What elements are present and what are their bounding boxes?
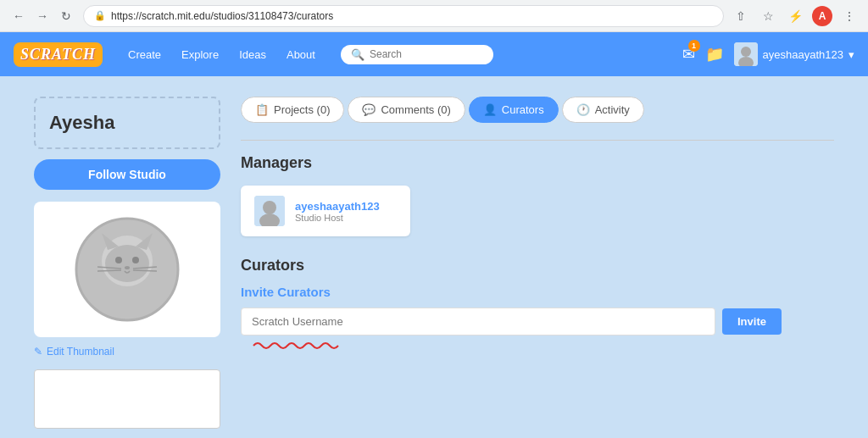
description-box[interactable] bbox=[34, 369, 220, 429]
studio-title: Ayesha bbox=[49, 112, 114, 133]
browser-nav-buttons: ← → ↻ bbox=[8, 6, 76, 26]
menu-icon[interactable]: ⋮ bbox=[839, 6, 860, 26]
svg-line-14 bbox=[133, 270, 157, 271]
manager-avatar bbox=[254, 196, 285, 226]
nav-about[interactable]: About bbox=[278, 43, 324, 66]
curators-title: Curators bbox=[241, 257, 834, 274]
scratch-username-input[interactable] bbox=[241, 308, 715, 335]
lock-icon: 🔒 bbox=[94, 10, 106, 21]
nav-right: ✉ 1 📁 ayeshaayath123 ▾ bbox=[682, 42, 854, 66]
nav-links: Create Explore Ideas About bbox=[120, 43, 324, 66]
forward-button[interactable]: → bbox=[32, 6, 53, 26]
svg-line-12 bbox=[97, 270, 121, 271]
curators-icon: 👤 bbox=[483, 103, 497, 116]
invite-row: Invite bbox=[241, 308, 834, 335]
thumbnail-box bbox=[34, 202, 220, 337]
scratch-navbar: SCRATCH Create Explore Ideas About 🔍 ✉ 1… bbox=[0, 32, 868, 76]
studio-title-box: Ayesha bbox=[34, 97, 220, 149]
svg-point-16 bbox=[263, 201, 276, 214]
svg-point-10 bbox=[125, 266, 130, 269]
manager-name[interactable]: ayeshaayath123 bbox=[295, 200, 397, 213]
folder-icon[interactable]: 📁 bbox=[705, 45, 724, 64]
nav-ideas[interactable]: Ideas bbox=[231, 43, 275, 66]
back-button[interactable]: ← bbox=[8, 6, 29, 26]
search-icon: 🔍 bbox=[351, 48, 364, 61]
error-underline bbox=[241, 339, 834, 349]
tab-projects[interactable]: 📋 Projects (0) bbox=[241, 97, 344, 123]
invite-title: Invite Curators bbox=[241, 285, 834, 299]
manager-info: ayeshaayath123 Studio Host bbox=[295, 200, 397, 223]
section-divider bbox=[241, 140, 834, 141]
pencil-icon: ✎ bbox=[34, 346, 42, 358]
browser-profile[interactable]: A bbox=[812, 6, 832, 26]
messages-icon[interactable]: ✉ 1 bbox=[682, 45, 695, 64]
comments-icon: 💬 bbox=[362, 103, 376, 116]
error-squiggle bbox=[249, 339, 342, 349]
user-dropdown-arrow: ▾ bbox=[849, 48, 854, 61]
bookmark-icon[interactable]: ☆ bbox=[758, 6, 778, 26]
tab-projects-label: Projects (0) bbox=[274, 103, 330, 116]
scratch-logo[interactable]: SCRATCH bbox=[14, 42, 103, 67]
svg-point-5 bbox=[105, 245, 149, 282]
extension-icon[interactable]: ⚡ bbox=[785, 6, 805, 26]
tab-activity-label: Activity bbox=[595, 103, 630, 116]
managers-title: Managers bbox=[241, 154, 834, 172]
browser-actions: ⇧ ☆ ⚡ A ⋮ bbox=[731, 6, 860, 26]
manager-card: ayeshaayath123 Studio Host bbox=[241, 186, 410, 236]
refresh-button[interactable]: ↻ bbox=[56, 6, 76, 26]
search-bar[interactable]: 🔍 bbox=[341, 45, 493, 64]
main-content: Ayesha Follow Studio bbox=[0, 76, 868, 438]
search-input[interactable] bbox=[370, 48, 471, 60]
studio-thumbnail bbox=[72, 214, 182, 324]
nav-explore[interactable]: Explore bbox=[173, 43, 227, 66]
svg-point-1 bbox=[741, 47, 751, 57]
invite-button[interactable]: Invite bbox=[722, 308, 782, 335]
right-panel: 📋 Projects (0) 💬 Comments (0) 👤 Curators… bbox=[241, 97, 834, 429]
tab-curators[interactable]: 👤 Curators bbox=[469, 97, 559, 123]
svg-point-8 bbox=[115, 257, 122, 263]
tabs-row: 📋 Projects (0) 💬 Comments (0) 👤 Curators… bbox=[241, 97, 834, 123]
user-menu[interactable]: ayeshaayath123 ▾ bbox=[734, 42, 854, 66]
tab-comments-label: Comments (0) bbox=[381, 103, 450, 116]
address-bar[interactable]: 🔒 https://scratch.mit.edu/studios/311084… bbox=[83, 5, 724, 27]
scratch-logo-text: SCRATCH bbox=[20, 46, 96, 63]
share-icon[interactable]: ⇧ bbox=[731, 6, 751, 26]
manager-role: Studio Host bbox=[295, 213, 397, 223]
notification-badge: 1 bbox=[688, 40, 700, 52]
left-panel: Ayesha Follow Studio bbox=[34, 97, 220, 429]
tab-activity[interactable]: 🕐 Activity bbox=[562, 97, 644, 123]
user-avatar bbox=[734, 42, 758, 66]
nav-create[interactable]: Create bbox=[120, 43, 170, 66]
projects-icon: 📋 bbox=[255, 103, 269, 116]
tab-curators-label: Curators bbox=[502, 103, 544, 116]
edit-thumbnail-button[interactable]: ✎ Edit Thumbnail bbox=[34, 346, 114, 358]
svg-point-9 bbox=[132, 257, 139, 263]
url-text: https://scratch.mit.edu/studios/31108473… bbox=[111, 10, 333, 22]
username-label: ayeshaayath123 bbox=[763, 48, 843, 61]
tab-comments[interactable]: 💬 Comments (0) bbox=[348, 97, 465, 123]
follow-studio-button[interactable]: Follow Studio bbox=[34, 159, 220, 190]
edit-thumbnail-label: Edit Thumbnail bbox=[47, 346, 114, 358]
browser-chrome: ← → ↻ 🔒 https://scratch.mit.edu/studios/… bbox=[0, 0, 868, 32]
activity-icon: 🕐 bbox=[576, 103, 590, 116]
